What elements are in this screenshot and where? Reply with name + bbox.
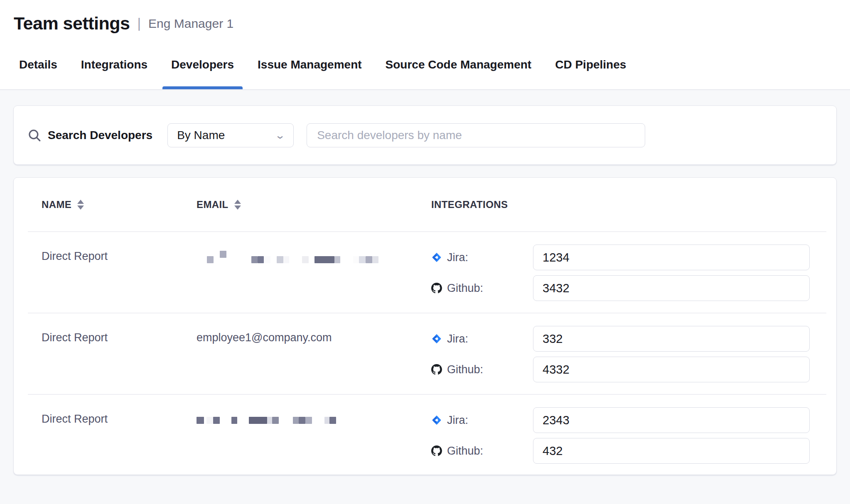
page-title: Team settings — [14, 13, 130, 34]
integrations-cell: Jira: Github: — [431, 407, 810, 464]
developer-email-censored — [197, 407, 431, 464]
github-id-input[interactable] — [533, 275, 810, 301]
email-column-label: EMAIL — [197, 199, 228, 210]
github-label-text: Github: — [447, 445, 483, 458]
github-id-input[interactable] — [533, 438, 810, 464]
column-header-email[interactable]: EMAIL — [197, 199, 431, 210]
tab-developers[interactable]: Developers — [171, 40, 234, 89]
integrations-cell: Jira: Github: — [431, 245, 810, 301]
tab-integrations[interactable]: Integrations — [81, 40, 147, 89]
team-name-label: Eng Manager 1 — [148, 17, 233, 31]
jira-label: Jira: — [431, 414, 533, 427]
developers-table-card: NAME EMAIL INTEGRATIONS Direct Report — [13, 177, 837, 475]
jira-label: Jira: — [431, 333, 533, 345]
jira-diamond-icon — [431, 252, 442, 263]
tab-cd-pipelines[interactable]: CD Pipelines — [555, 40, 626, 89]
github-octocat-icon — [431, 364, 442, 375]
jira-label-text: Jira: — [447, 251, 468, 264]
name-column-label: NAME — [42, 199, 71, 210]
jira-diamond-icon — [431, 415, 442, 426]
search-filter-select[interactable]: By Name ⌄ — [167, 123, 294, 147]
github-octocat-icon — [431, 445, 442, 456]
developer-name: Direct Report — [42, 245, 197, 301]
jira-label: Jira: — [431, 251, 533, 264]
tab-details[interactable]: Details — [19, 40, 57, 89]
title-row: Team settings | Eng Manager 1 — [0, 0, 850, 40]
search-developers-input[interactable] — [307, 123, 645, 147]
table-row: Direct Report Jira: — [14, 395, 836, 475]
jira-id-input[interactable] — [533, 245, 810, 270]
search-developers-card: Search Developers By Name ⌄ — [13, 105, 837, 165]
chevron-down-icon: ⌄ — [275, 130, 285, 141]
censored-email-blocks — [197, 413, 431, 428]
integrations-column-label: INTEGRATIONS — [431, 199, 508, 210]
jira-label-text: Jira: — [447, 414, 468, 427]
github-label-text: Github: — [447, 363, 483, 376]
content-area: Search Developers By Name ⌄ NAME EMAIL I — [0, 90, 850, 475]
sort-icon — [234, 200, 241, 210]
tab-issue-management[interactable]: Issue Management — [258, 40, 362, 89]
jira-label-text: Jira: — [447, 333, 468, 345]
github-octocat-icon — [431, 283, 442, 294]
column-header-integrations: INTEGRATIONS — [431, 199, 810, 210]
jira-id-input[interactable] — [533, 407, 810, 433]
github-label: Github: — [431, 363, 533, 376]
jira-id-input[interactable] — [533, 326, 810, 352]
search-developers-label: Search Developers — [48, 129, 152, 142]
developer-email-censored — [197, 245, 431, 301]
developer-email: employee1@company.com — [197, 326, 431, 382]
github-label: Github: — [431, 445, 533, 458]
censored-email-blocks — [197, 251, 431, 265]
search-icon — [27, 128, 42, 142]
team-settings-page: Team settings | Eng Manager 1 Details In… — [0, 0, 850, 504]
table-row: Direct Report Jira: — [14, 232, 836, 313]
github-id-input[interactable] — [533, 357, 810, 382]
developer-name: Direct Report — [42, 326, 197, 382]
github-label: Github: — [431, 282, 533, 295]
sort-icon — [77, 200, 84, 210]
tab-source-code-management[interactable]: Source Code Management — [386, 40, 532, 89]
table-header-row: NAME EMAIL INTEGRATIONS — [14, 178, 836, 231]
integrations-cell: Jira: Github: — [431, 326, 810, 382]
table-row: Direct Report employee1@company.com Jira… — [14, 313, 836, 394]
tab-bar: Details Integrations Developers Issue Ma… — [0, 40, 850, 90]
page-header: Team settings | Eng Manager 1 Details In… — [0, 0, 850, 90]
github-label-text: Github: — [447, 282, 483, 295]
developer-name: Direct Report — [42, 407, 197, 464]
column-header-name[interactable]: NAME — [42, 199, 197, 210]
title-separator: | — [137, 15, 141, 31]
search-filter-value: By Name — [177, 129, 225, 142]
jira-diamond-icon — [431, 333, 442, 344]
